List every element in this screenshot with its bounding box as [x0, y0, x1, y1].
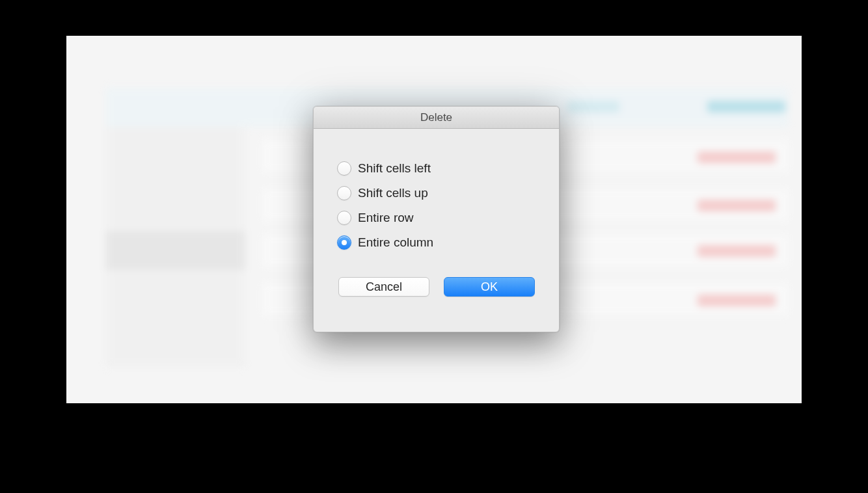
radio-label: Shift cells left — [358, 161, 431, 176]
ok-button[interactable]: OK — [444, 277, 535, 297]
dialog-titlebar[interactable]: Delete — [314, 107, 559, 129]
dialog-button-row: Cancel OK — [336, 277, 537, 297]
radio-label: Shift cells up — [358, 186, 428, 200]
dialog-body: Shift cells left Shift cells up Entire r… — [314, 129, 559, 310]
radio-entire-column[interactable]: Entire column — [336, 234, 537, 251]
radio-shift-cells-left[interactable]: Shift cells left — [336, 160, 537, 177]
radio-label: Entire column — [358, 235, 433, 250]
radio-icon — [336, 160, 353, 177]
radio-shift-cells-up[interactable]: Shift cells up — [336, 185, 537, 202]
radio-icon — [336, 185, 353, 202]
dialog-title: Delete — [420, 111, 452, 124]
radio-entire-row[interactable]: Entire row — [336, 209, 537, 226]
radio-icon — [336, 209, 353, 226]
delete-dialog: Delete Shift cells left Shift cells up E… — [313, 106, 560, 332]
radio-label: Entire row — [358, 211, 414, 225]
cancel-button-label: Cancel — [366, 280, 402, 294]
radio-icon — [336, 234, 353, 251]
delete-options-radio-group: Shift cells left Shift cells up Entire r… — [336, 160, 537, 251]
cancel-button[interactable]: Cancel — [338, 277, 429, 297]
ok-button-label: OK — [481, 280, 498, 294]
